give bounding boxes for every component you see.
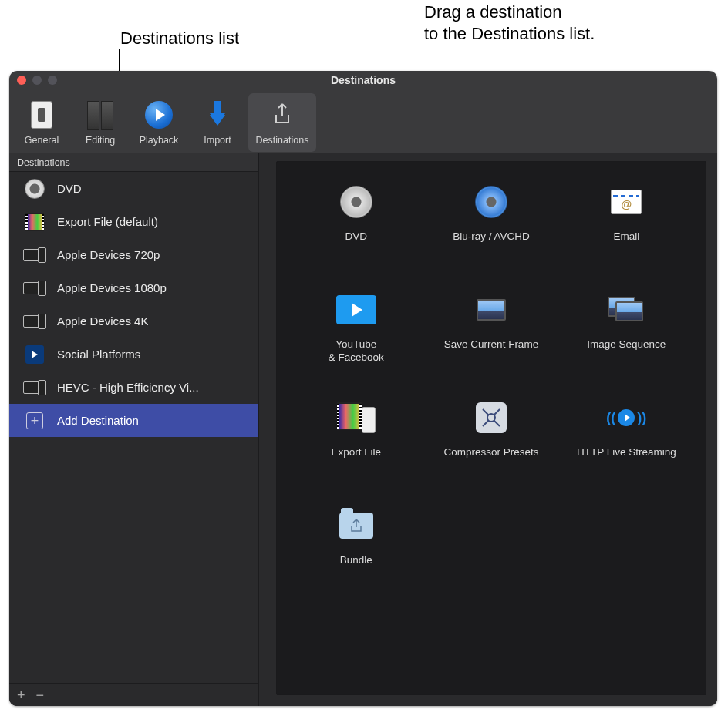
- tile-label: Email: [613, 230, 639, 244]
- dest-item-dvd[interactable]: DVD: [9, 172, 258, 205]
- youtube-icon: [332, 287, 381, 332]
- dest-item-label: Social Platforms: [57, 348, 140, 361]
- gallery-tile-export-file[interactable]: Export File: [292, 395, 420, 503]
- tab-destinations[interactable]: Destinations: [248, 93, 316, 152]
- tile-label: HTTP Live Streaming: [577, 446, 676, 459]
- export-file-icon: [332, 395, 381, 440]
- disc-blue-icon: [467, 180, 516, 224]
- dest-item-apple-720p[interactable]: Apple Devices 720p: [9, 238, 258, 271]
- tab-general[interactable]: General: [14, 93, 69, 152]
- dest-item-add-destination[interactable]: + Add Destination: [9, 404, 258, 437]
- dest-item-social-platforms[interactable]: Social Platforms: [9, 338, 258, 371]
- tab-import-label: Import: [204, 135, 231, 146]
- close-button[interactable]: [17, 76, 26, 85]
- gallery-tile-email[interactable]: Email: [562, 180, 691, 287]
- tile-label: Blu-ray / AVCHD: [453, 230, 530, 244]
- playback-icon: [142, 99, 176, 130]
- destinations-gallery-panel: DVD Blu-ray / AVCHD Email YouTube & Face…: [259, 153, 717, 706]
- image-sequence-icon: [602, 287, 651, 332]
- photo-icon: [467, 287, 516, 332]
- gallery-tile-bundle[interactable]: Bundle: [292, 503, 420, 611]
- gallery-tile-http-live-streaming[interactable]: (()) HTTP Live Streaming: [562, 395, 691, 503]
- play-icon: [23, 344, 46, 365]
- tile-label: Save Current Frame: [444, 338, 538, 351]
- callout-destinations-list: Destinations list: [120, 28, 239, 50]
- tile-label: Compressor Presets: [443, 446, 538, 459]
- disc-icon: [23, 178, 46, 200]
- gallery-tile-bluray[interactable]: Blu-ray / AVCHD: [426, 180, 555, 287]
- tile-label: DVD: [345, 230, 367, 244]
- destinations-icon: [265, 99, 299, 130]
- callout-drag-hint: Drag a destination to the Destinations l…: [424, 2, 595, 45]
- window-title: Destinations: [9, 74, 717, 86]
- tile-label: Bundle: [340, 554, 372, 567]
- gallery-tile-save-frame[interactable]: Save Current Frame: [426, 287, 555, 395]
- tile-label: Export File: [331, 446, 381, 459]
- add-icon: +: [23, 410, 46, 432]
- import-icon: [201, 99, 234, 130]
- dest-item-label: DVD: [57, 182, 82, 195]
- annotation-callouts: Destinations list Drag a destination to …: [0, 0, 728, 71]
- devices-icon: [23, 311, 46, 332]
- dest-item-label: Apple Devices 720p: [57, 248, 160, 261]
- zoom-button[interactable]: [48, 76, 57, 85]
- svg-point-2: [487, 414, 495, 422]
- content-area: Destinations DVD Export File (default) A…: [9, 153, 717, 706]
- gallery-tile-image-sequence[interactable]: Image Sequence: [562, 287, 691, 395]
- dest-item-label: Export File (default): [57, 215, 158, 228]
- dest-item-label: HEVC - High Efficiency Vi...: [57, 381, 199, 394]
- tab-editing[interactable]: Editing: [72, 93, 128, 152]
- titlebar: Destinations: [9, 71, 717, 89]
- devices-icon: [23, 244, 46, 266]
- tab-playback[interactable]: Playback: [131, 93, 187, 152]
- tab-editing-label: Editing: [86, 135, 115, 146]
- dest-item-label: Add Destination: [57, 414, 139, 427]
- devices-icon: [23, 377, 46, 398]
- destinations-gallery: DVD Blu-ray / AVCHD Email YouTube & Face…: [276, 161, 706, 695]
- sidebar-footer: + −: [9, 683, 258, 706]
- destinations-list: DVD Export File (default) Apple Devices …: [9, 172, 258, 683]
- filmstrip-icon: [23, 211, 46, 233]
- dest-item-label: Apple Devices 4K: [57, 314, 148, 328]
- dest-item-export-file[interactable]: Export File (default): [9, 205, 258, 238]
- destinations-sidebar: Destinations DVD Export File (default) A…: [9, 153, 259, 706]
- tab-playback-label: Playback: [140, 135, 179, 146]
- dest-item-label: Apple Devices 1080p: [57, 281, 167, 294]
- tab-destinations-label: Destinations: [256, 135, 309, 146]
- remove-destination-button[interactable]: −: [36, 688, 45, 702]
- http-live-streaming-icon: (()): [602, 395, 651, 440]
- dest-item-apple-1080p[interactable]: Apple Devices 1080p: [9, 271, 258, 304]
- gallery-tile-youtube-facebook[interactable]: YouTube & Facebook: [292, 287, 420, 395]
- general-icon: [25, 99, 59, 130]
- add-destination-button[interactable]: +: [17, 688, 25, 702]
- gallery-tile-compressor-presets[interactable]: Compressor Presets: [426, 395, 555, 503]
- preferences-window: Destinations General Editing Playback Im…: [9, 71, 717, 706]
- sidebar-header: Destinations: [9, 153, 258, 172]
- tab-import[interactable]: Import: [190, 93, 245, 152]
- folder-icon: [332, 503, 381, 548]
- tile-label: YouTube & Facebook: [329, 338, 384, 365]
- gallery-tile-dvd[interactable]: DVD: [292, 180, 420, 287]
- preferences-toolbar: General Editing Playback Import: [9, 89, 717, 153]
- disc-icon: [332, 180, 381, 224]
- compressor-icon: [467, 395, 516, 440]
- email-icon: [602, 180, 651, 224]
- dest-item-hevc[interactable]: HEVC - High Efficiency Vi...: [9, 371, 258, 404]
- devices-icon: [23, 277, 46, 299]
- dest-item-apple-4k[interactable]: Apple Devices 4K: [9, 304, 258, 338]
- window-controls: [17, 76, 57, 85]
- editing-icon: [83, 99, 117, 130]
- tile-label: Image Sequence: [587, 338, 666, 351]
- minimize-button[interactable]: [32, 76, 42, 85]
- tab-general-label: General: [25, 135, 59, 146]
